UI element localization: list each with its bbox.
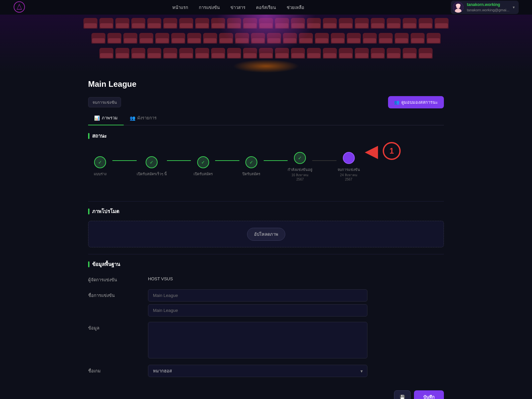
step-label-open: เปิดรับสมัคร bbox=[194, 171, 213, 177]
hero-banner bbox=[0, 15, 532, 73]
tab-overview[interactable]: 📊 ภาพรวม bbox=[88, 111, 124, 125]
promo-section-indicator bbox=[88, 208, 89, 214]
step-finished: จบการแข่งขัน 24 สิงหาคม 2567 bbox=[336, 152, 361, 181]
seat bbox=[99, 48, 113, 59]
svg-point-9 bbox=[456, 4, 461, 7]
manage-button-label: ดูมอบมองสสการนะ bbox=[401, 99, 438, 106]
step-draft: ✓ แบบร่าง bbox=[88, 156, 112, 177]
seat bbox=[163, 18, 177, 29]
seat bbox=[339, 18, 353, 29]
seat bbox=[411, 33, 425, 44]
seat bbox=[259, 18, 273, 29]
seat bbox=[283, 33, 297, 44]
seat bbox=[387, 18, 401, 29]
seat bbox=[243, 18, 257, 29]
step-label-competing: กำลังแข่งขันอยู่ bbox=[288, 167, 312, 173]
seat bbox=[259, 48, 273, 59]
nav-course[interactable]: คอร์สเรียน bbox=[256, 4, 276, 11]
tournament-name-label: ชื่อการแข่งขัน bbox=[88, 289, 141, 299]
game-select[interactable]: หมากฮอส bbox=[148, 365, 367, 377]
seat bbox=[307, 18, 321, 29]
description-textarea[interactable] bbox=[148, 322, 367, 358]
status-badge: จบการแข่งขัน bbox=[88, 97, 121, 107]
seat bbox=[371, 18, 385, 29]
stepper: ✓ แบบร่าง ✓ เปิดรับสมัครเร็วๆ นี้ ✓ เปิด… bbox=[88, 152, 361, 181]
main-content: Main League จบการแข่งขัน 👥 ดูมอบมองสสการ… bbox=[0, 73, 532, 399]
promo-section-title: ภาพโปรโมต bbox=[92, 207, 119, 215]
save-icon-button[interactable]: 💾 bbox=[394, 390, 411, 399]
seat bbox=[171, 33, 185, 44]
nav-tournament[interactable]: การแข่งขัน bbox=[199, 4, 220, 11]
seat bbox=[147, 18, 161, 29]
tournament-name-input[interactable] bbox=[148, 289, 367, 302]
save-button[interactable]: บันทึก bbox=[414, 390, 444, 399]
divider-1 bbox=[88, 201, 444, 201]
organizer-label: ผู้จัดการแข่งขัน bbox=[88, 274, 141, 283]
nav-help[interactable]: ช่วยเหลือ bbox=[287, 4, 304, 11]
seat bbox=[323, 48, 337, 59]
navbar-links: หน้าแรก การแข่งขัน ข่าวสาร คอร์สเรียน ช่… bbox=[172, 4, 304, 11]
seat bbox=[347, 33, 361, 44]
seat bbox=[131, 18, 145, 29]
seat bbox=[139, 33, 153, 44]
basic-info-title: ข้อมูลพื้นฐาน bbox=[92, 260, 120, 268]
tournament-name-value bbox=[148, 289, 367, 317]
seat bbox=[179, 18, 193, 29]
step-circle-close: ✓ bbox=[245, 156, 257, 168]
upload-image-button[interactable]: อัปโหลดภาพ bbox=[247, 228, 285, 241]
seat bbox=[227, 18, 241, 29]
seat bbox=[251, 33, 265, 44]
seat bbox=[115, 48, 129, 59]
divider-2 bbox=[88, 254, 444, 254]
seat bbox=[195, 18, 209, 29]
section-indicator bbox=[88, 133, 89, 139]
game-name-value: หมากฮอส ▾ bbox=[148, 365, 367, 377]
tournament-name-row: ชื่อการแข่งขัน bbox=[88, 289, 444, 317]
seat bbox=[307, 48, 321, 59]
tournament-name-input-alt[interactable] bbox=[148, 304, 367, 317]
seat bbox=[299, 33, 313, 44]
seat bbox=[419, 18, 433, 29]
seat bbox=[403, 18, 417, 29]
step-circle-finished bbox=[343, 152, 355, 164]
description-row: ข้อมูล bbox=[88, 322, 444, 359]
seat bbox=[267, 33, 281, 44]
nav-news[interactable]: ข่าวสาร bbox=[230, 4, 245, 11]
game-name-label: ชื่อเกม bbox=[88, 365, 141, 374]
annotation-number: 1 bbox=[383, 142, 401, 160]
organizer-row: ผู้จัดการแข่งขัน HOST VSUS bbox=[88, 274, 444, 284]
step-label-close: ปิดรับสมัคร bbox=[242, 171, 260, 177]
tab-overview-label: ภาพรวม bbox=[102, 114, 118, 121]
chevron-down-icon: ▾ bbox=[513, 5, 515, 10]
seat bbox=[91, 33, 105, 44]
tab-bracket-label: ผังรายการ bbox=[137, 114, 157, 121]
step-label-finished: จบการแข่งขัน bbox=[337, 167, 360, 173]
manage-button[interactable]: 👥 ดูมอบมองสสการนะ bbox=[388, 96, 444, 108]
footer-actions: 💾 บันทึก bbox=[88, 384, 444, 399]
step-circle-competing: ✓ bbox=[294, 152, 306, 164]
basic-info-grid: ผู้จัดการแข่งขัน HOST VSUS ชื่อการแข่งขั… bbox=[88, 274, 444, 377]
seat bbox=[99, 18, 113, 29]
seat bbox=[211, 18, 225, 29]
organizer-text: HOST VSUS bbox=[148, 274, 367, 284]
basic-info-section-header: ข้อมูลพื้นฐาน bbox=[88, 260, 444, 268]
seat bbox=[219, 33, 233, 44]
tab-bracket[interactable]: 👥 ผังรายการ bbox=[124, 111, 163, 125]
promo-upload-area[interactable]: อัปโหลดภาพ bbox=[88, 221, 444, 247]
step-open-soon: ✓ เปิดรับสมัครเร็วๆ นี้ bbox=[137, 156, 167, 177]
seat bbox=[387, 48, 401, 59]
seat bbox=[83, 18, 97, 29]
navbar-logo bbox=[13, 1, 25, 14]
seat bbox=[147, 48, 161, 59]
navbar-user[interactable]: tanakorn.working tanakorn.working@gmai..… bbox=[451, 1, 519, 14]
red-arrow-icon: ◀ bbox=[365, 142, 378, 160]
step-open: ✓ เปิดรับสมัคร bbox=[191, 156, 215, 177]
seat bbox=[371, 48, 385, 59]
seat bbox=[155, 33, 169, 44]
step-line-1 bbox=[112, 160, 137, 161]
page-title: Main League bbox=[88, 79, 444, 89]
seat bbox=[363, 33, 377, 44]
seat bbox=[355, 18, 369, 29]
seat bbox=[195, 48, 209, 59]
nav-home[interactable]: หน้าแรก bbox=[172, 4, 188, 11]
